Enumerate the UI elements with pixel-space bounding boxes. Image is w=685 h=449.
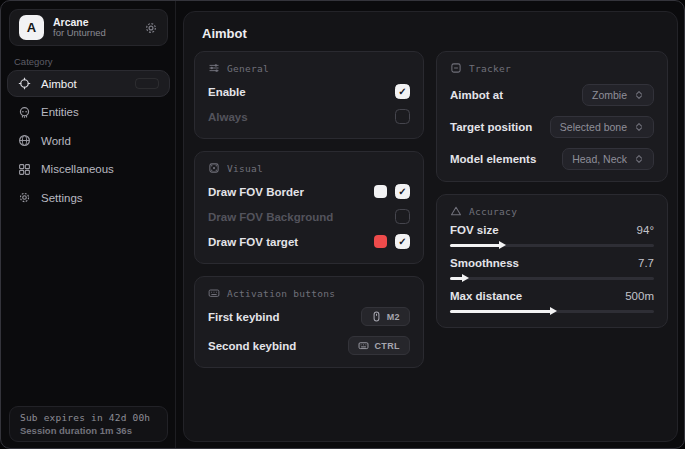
setting-row-fov-target: Draw FOV target ✓ [208, 231, 410, 252]
setting-label: Max distance [450, 290, 522, 302]
enable-checkbox[interactable]: ✓ [395, 84, 410, 99]
setting-label: First keybind [208, 311, 280, 323]
chevrons-up-down-icon [634, 122, 644, 132]
setting-label: Aimbot at [450, 89, 503, 101]
category-label: Category [14, 56, 53, 67]
page-title: Aimbot [184, 12, 677, 51]
slider-thumb[interactable] [499, 241, 506, 249]
setting-label: Draw FOV Background [208, 211, 333, 223]
setting-row-fov-border: Draw FOV Border ✓ [208, 181, 410, 202]
sidebar-item-world[interactable]: World [7, 127, 170, 154]
subscription-card: Sub expires in 42d 00h Session duration … [9, 406, 168, 442]
row-controls: ✓ [374, 184, 410, 199]
dropdown-value: Zombie [592, 89, 627, 101]
brand-card: A Arcane for Unturned [9, 9, 168, 46]
setting-label: Draw FOV target [208, 236, 298, 248]
activation-header: Activation buttons [208, 287, 410, 299]
sidebar-item-label: Settings [41, 192, 83, 204]
sidebar-item-settings[interactable]: Settings [7, 184, 170, 211]
model-elements-dropdown[interactable]: Head, Neck [562, 148, 654, 170]
tracker-card: Tracker Aimbot at Zombie Target position… [436, 51, 668, 182]
entities-icon [18, 106, 31, 119]
keyboard-icon [358, 340, 369, 351]
fov-target-checkbox[interactable]: ✓ [395, 234, 410, 249]
sidebar: A Arcane for Unturned Category Aimbot En… [1, 1, 176, 448]
setting-row-target-position: Target position Selected bone [450, 115, 654, 138]
section-title: Activation buttons [227, 288, 335, 299]
smoothness-value: 7.7 [638, 257, 654, 269]
section-title: Tracker [469, 63, 511, 74]
fov-background-checkbox[interactable]: ✓ [395, 209, 410, 224]
app-subtitle: for Unturned [53, 28, 144, 39]
setting-label: Second keybind [208, 340, 296, 352]
chevrons-up-down-icon [634, 90, 644, 100]
keybind-value: M2 [387, 312, 400, 322]
sidebar-item-label: Miscellaneous [41, 163, 114, 175]
columns: General Enable ✓ Always ✓ Visual [184, 51, 677, 380]
row-controls: ✓ [374, 234, 410, 249]
fov-size-group: FOV size 94° [450, 224, 654, 250]
sidebar-item-miscellaneous[interactable]: Miscellaneous [7, 156, 170, 183]
color-swatch[interactable] [374, 235, 387, 248]
setting-label: Enable [208, 86, 246, 98]
sidebar-item-label: World [41, 135, 71, 147]
sidebar-item-aimbot[interactable]: Aimbot [7, 70, 170, 97]
settings-gear-icon[interactable] [144, 21, 158, 35]
activation-card: Activation buttons First keybind M2 Seco… [194, 276, 424, 368]
setting-row-fov-background: Draw FOV Background ✓ [208, 206, 410, 227]
accuracy-header: Accuracy [450, 205, 654, 217]
slider-thumb[interactable] [462, 274, 469, 282]
keyboard-icon [208, 287, 220, 299]
right-column: Tracker Aimbot at Zombie Target position… [436, 51, 668, 380]
always-checkbox[interactable]: ✓ [395, 109, 410, 124]
slider-fill [450, 310, 552, 313]
second-keybind-button[interactable]: CTRL [348, 336, 410, 355]
section-title: Visual [227, 163, 263, 174]
setting-label: Draw FOV Border [208, 186, 304, 198]
dropdown-value: Head, Neck [572, 153, 627, 165]
setting-row-aimbot-at: Aimbot at Zombie [450, 83, 654, 106]
target-position-dropdown[interactable]: Selected bone [550, 116, 654, 138]
first-keybind-button[interactable]: M2 [361, 307, 410, 326]
max-distance-group: Max distance 500m [450, 290, 654, 316]
chevrons-up-down-icon [634, 154, 644, 164]
grid-icon [18, 163, 31, 176]
keybind-hint-badge [135, 78, 159, 89]
fov-size-slider[interactable] [450, 240, 654, 250]
visual-header: Visual [208, 162, 410, 174]
general-header: General [208, 62, 410, 74]
crosshair-icon [18, 77, 31, 90]
left-column: General Enable ✓ Always ✓ Visual [194, 51, 424, 380]
keybind-value: CTRL [374, 341, 400, 351]
dropdown-value: Selected bone [560, 121, 627, 133]
main-panel: Aimbot General Enable ✓ Always ✓ [183, 11, 678, 442]
sidebar-item-label: Aimbot [41, 78, 77, 90]
slider-thumb[interactable] [550, 307, 557, 315]
accuracy-card: Accuracy FOV size 94° [436, 194, 668, 328]
brand-text: Arcane for Unturned [53, 16, 144, 39]
setting-row-second-keybind: Second keybind CTRL [208, 335, 410, 356]
color-swatch[interactable] [374, 185, 387, 198]
setting-label: Smoothness [450, 257, 519, 269]
smoothness-group: Smoothness 7.7 [450, 257, 654, 283]
section-title: Accuracy [469, 206, 517, 217]
app-window: A Arcane for Unturned Category Aimbot En… [0, 0, 685, 449]
setting-row-always: Always ✓ [208, 106, 410, 127]
setting-row-first-keybind: First keybind M2 [208, 306, 410, 327]
tracker-header: Tracker [450, 62, 654, 74]
sidebar-item-label: Entities [41, 106, 79, 118]
fov-size-value: 94° [637, 224, 654, 236]
sidebar-item-entities[interactable]: Entities [7, 99, 170, 126]
gear-icon [18, 191, 31, 204]
visual-icon [208, 162, 220, 174]
row-controls: ✓ [395, 209, 410, 224]
aimbot-at-dropdown[interactable]: Zombie [582, 84, 654, 106]
setting-row-enable: Enable ✓ [208, 81, 410, 102]
smoothness-slider[interactable] [450, 273, 654, 283]
setting-label: FOV size [450, 224, 499, 236]
fov-border-checkbox[interactable]: ✓ [395, 184, 410, 199]
visual-card: Visual Draw FOV Border ✓ Draw FOV Backgr… [194, 151, 424, 264]
setting-row-model-elements: Model elements Head, Neck [450, 147, 654, 170]
setting-label: Target position [450, 121, 532, 133]
max-distance-slider[interactable] [450, 306, 654, 316]
